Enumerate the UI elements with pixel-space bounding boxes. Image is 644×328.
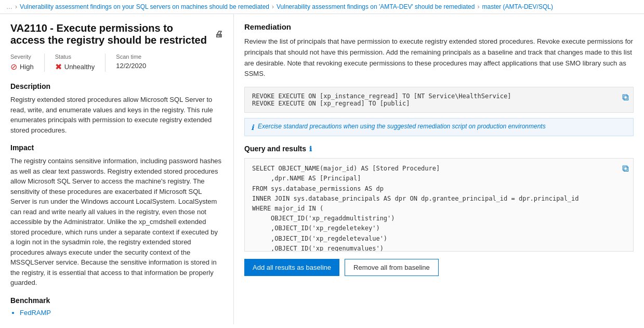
query-info-icon: ℹ [309,145,312,153]
impact-text: The registry contains sensitive informat… [10,156,223,288]
remediation-code-line-1: REVOKE EXECUTE ON [xp_instance_regread] … [252,93,626,100]
query-line-7: ,OBJECT_ID('xp_regdeletekey') [252,224,626,233]
button-row: Add all results as baseline Remove all f… [244,259,634,276]
severity-icon: ⊘ [10,62,17,72]
query-title: Query and results ℹ [244,145,634,153]
remediation-text: Review the list of principals that have … [244,36,634,80]
breadcrumb-item-3[interactable]: master (AMTA-DEV/SQL) [482,3,553,10]
remediation-code-line-2: REVOKE EXECUTE ON [xp_regread] TO [publi… [252,100,626,107]
info-banner: ℹ Exercise standard precautions when usi… [244,118,634,136]
query-line-2: ,dpr.NAME AS [Principal] [252,174,626,183]
breadcrumb-item-1[interactable]: Vulnerability assessment findings on you… [20,3,269,10]
print-icon[interactable]: 🖨 [215,30,223,39]
description-text: Registry extended stored procedures allo… [10,95,223,135]
description-title: Description [10,82,223,90]
breadcrumb: … › Vulnerability assessment findings on… [0,0,644,14]
query-line-6: OBJECT_ID('xp_regaddmultistring') [252,214,626,224]
query-line-5: WHERE major_id IN ( [252,204,626,214]
query-code-block: SELECT OBJECT_NAME(major_id) AS [Stored … [244,158,634,252]
add-baseline-button[interactable]: Add all results as baseline [244,259,339,276]
info-text: Exercise standard precautions when using… [258,123,546,130]
query-line-8: ,OBJECT_ID('xp_regdeletevalue') [252,234,626,244]
breadcrumb-dots: … [6,3,12,10]
benchmark-list: FedRAMP [20,309,223,317]
query-line-3: FROM sys.database_permissions AS dp [252,184,626,194]
right-pane: Remediation Review the list of principal… [234,14,644,324]
remediation-code-block: REVOKE EXECUTE ON [xp_instance_regread] … [244,87,634,113]
scantime-meta: Scan time 12/2/2020 [116,54,156,72]
info-icon: ℹ [251,123,254,132]
status-value: ✖ Unhealthy [55,62,95,72]
left-pane: VA2110 - Execute permissions to access t… [0,14,234,324]
meta-row: Severity ⊘ High Status ✖ Unhealthy Scan … [10,54,223,72]
status-meta: Status ✖ Unhealthy [55,54,106,72]
query-line-1: SELECT OBJECT_NAME(major_id) AS [Stored … [252,164,626,174]
remediation-copy-icon[interactable]: ⧉ [622,91,629,103]
severity-value: ⊘ High [10,62,34,72]
impact-title: Impact [10,143,223,152]
remediation-title: Remediation [244,22,634,31]
benchmark-item-fedramp[interactable]: FedRAMP [20,309,223,317]
severity-label: Severity [10,54,34,60]
query-line-4: INNER JOIN sys.database_principals AS dp… [252,194,626,204]
status-label: Status [55,54,95,60]
query-copy-icon[interactable]: ⧉ [622,163,629,174]
scantime-value: 12/2/2020 [116,62,146,70]
severity-meta: Severity ⊘ High [10,54,44,72]
remove-baseline-button[interactable]: Remove all from baseline [345,259,439,276]
breadcrumb-item-2[interactable]: Vulnerability assessment findings on 'AM… [277,3,475,10]
page-title: VA2110 - Execute permissions to access t… [10,22,223,46]
meta-divider-1 [44,54,45,72]
meta-divider-2 [105,54,106,72]
query-line-9: ,OBJECT_ID('xp_regenumvalues') [252,244,626,252]
benchmark-title: Benchmark [10,296,223,305]
scantime-label: Scan time [116,54,146,60]
status-icon: ✖ [55,62,62,72]
